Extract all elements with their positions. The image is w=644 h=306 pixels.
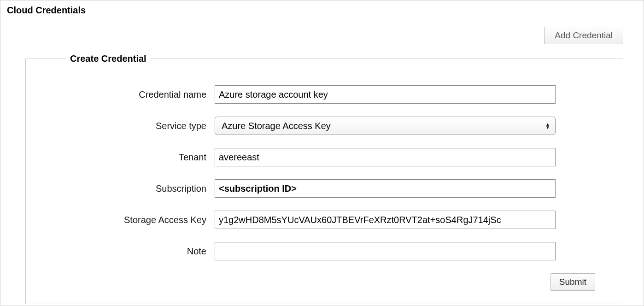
wrap-tenant	[215, 148, 556, 166]
page-title: Cloud Credentials	[7, 5, 637, 16]
submit-row: Submit	[53, 273, 595, 291]
credential-name-input[interactable]	[215, 85, 556, 104]
wrap-storage-access-key	[215, 211, 556, 229]
add-credential-button[interactable]: Add Credential	[544, 27, 623, 44]
top-actions: Add Credential	[7, 27, 623, 44]
row-tenant: Tenant	[53, 148, 595, 166]
submit-button[interactable]: Submit	[550, 273, 595, 291]
row-note: Note	[53, 242, 595, 260]
wrap-service-type: Azure Storage Access Key ▲ ▼	[215, 117, 556, 135]
service-type-value: Azure Storage Access Key	[222, 121, 331, 131]
cloud-credentials-panel: Cloud Credentials Add Credential Create …	[0, 0, 644, 306]
row-storage-access-key: Storage Access Key	[53, 211, 595, 229]
row-service-type: Service type Azure Storage Access Key ▲ …	[53, 117, 595, 135]
wrap-subscription	[215, 179, 556, 198]
create-credential-legend: Create Credential	[66, 53, 150, 64]
row-credential-name: Credential name	[53, 85, 595, 104]
note-input[interactable]	[215, 242, 556, 260]
label-subscription: Subscription	[53, 183, 215, 194]
subscription-input[interactable]	[215, 179, 556, 198]
label-storage-access-key: Storage Access Key	[53, 215, 215, 225]
wrap-note	[215, 242, 556, 260]
label-credential-name: Credential name	[53, 89, 215, 100]
tenant-input[interactable]	[215, 148, 556, 166]
label-service-type: Service type	[53, 121, 215, 131]
wrap-credential-name	[215, 85, 556, 104]
create-credential-fieldset: Create Credential Credential name Servic…	[25, 53, 623, 304]
row-subscription: Subscription	[53, 179, 595, 198]
label-tenant: Tenant	[53, 152, 215, 163]
label-note: Note	[53, 246, 215, 257]
storage-access-key-input[interactable]	[215, 211, 556, 229]
service-type-select[interactable]: Azure Storage Access Key ▲ ▼	[215, 117, 556, 135]
